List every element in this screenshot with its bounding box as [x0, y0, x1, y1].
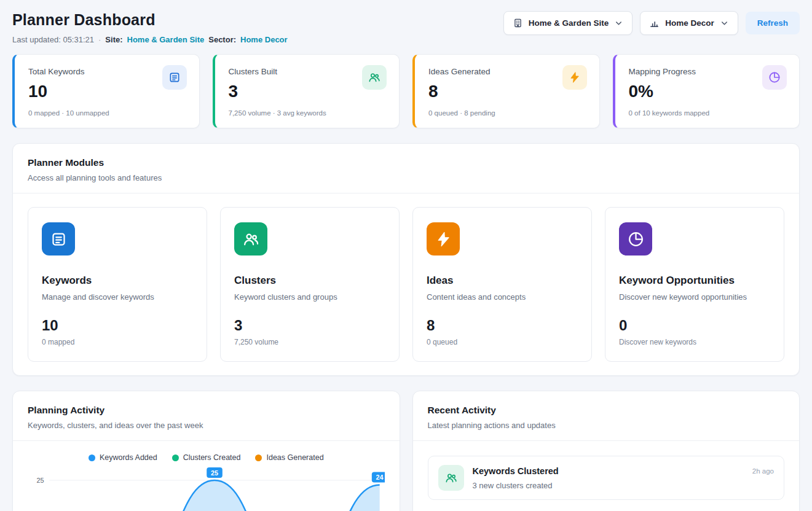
legend-item-keywords-added: Keywords Added: [89, 453, 157, 462]
legend-label: Clusters Created: [183, 453, 241, 462]
activity-item-body: Keywords Clustered 3 new clusters create…: [473, 465, 744, 490]
planning-activity-subtitle: Keywords, clusters, and ideas over the p…: [28, 421, 385, 430]
svg-text:25: 25: [37, 477, 44, 484]
module-description: Content ideas and concepts: [427, 292, 578, 302]
module-value: 0: [619, 317, 770, 334]
sector-link[interactable]: Home Decor: [240, 35, 288, 44]
legend-item-clusters-created: Clusters Created: [172, 453, 241, 462]
site-link[interactable]: Home & Garden Site: [127, 35, 205, 44]
legend-dot-blue: [89, 454, 95, 461]
page-header: Planner Dashboard Last updated: 05:31:21…: [12, 11, 800, 44]
modules-grid: Keywords Manage and discover keywords 10…: [28, 207, 784, 362]
sector-label: Sector:: [208, 35, 236, 44]
module-card-keyword-opportunities[interactable]: Keyword Opportunities Discover new keywo…: [605, 207, 784, 362]
legend-label: Ideas Generated: [266, 453, 323, 462]
chevron-down-icon: [614, 18, 623, 28]
module-title: Keyword Opportunities: [619, 275, 770, 287]
module-subtext: 0 mapped: [42, 338, 193, 346]
module-subtext: 0 queued: [427, 338, 578, 346]
module-title: Clusters: [234, 275, 385, 287]
planner-dashboard-page: Planner Dashboard Last updated: 05:31:21…: [0, 0, 812, 511]
stat-subtext: 0 queued · 8 pending: [428, 109, 586, 117]
divider: [413, 440, 800, 441]
document-icon: [42, 222, 75, 256]
svg-text:25: 25: [211, 469, 218, 477]
divider: [13, 193, 799, 193]
module-card-clusters[interactable]: Clusters Keyword clusters and groups 3 7…: [220, 207, 400, 362]
module-title: Keywords: [42, 275, 193, 287]
users-icon: [438, 465, 464, 491]
header-controls: Home & Garden Site Home Decor Refresh: [503, 11, 800, 35]
activity-list-item[interactable]: Keywords Clustered 3 new clusters create…: [428, 456, 785, 500]
activity-item-description: 3 new clusters created: [473, 481, 744, 490]
module-value: 10: [42, 317, 193, 334]
last-updated-text: Last updated: 05:31:21: [12, 35, 94, 44]
stat-card-mapping-progress: Mapping Progress 0% 0 of 10 keywords map…: [613, 54, 800, 128]
stat-subtext: 7,250 volume · 3 avg keywords: [229, 109, 386, 117]
module-value: 8: [427, 317, 578, 334]
planning-activity-panel: Planning Activity Keywords, clusters, an…: [12, 391, 400, 511]
divider: [13, 440, 400, 441]
stat-subtext: 0 mapped · 10 unmapped: [28, 109, 186, 117]
activity-item-title: Keywords Clustered: [473, 466, 744, 476]
sector-selector-dropdown[interactable]: Home Decor: [640, 11, 738, 35]
header-left: Planner Dashboard Last updated: 05:31:21…: [12, 11, 288, 44]
users-icon: [362, 65, 387, 90]
module-description: Discover new keyword opportunities: [619, 292, 770, 302]
module-subtext: 7,250 volume: [234, 338, 385, 346]
modules-panel-title: Planner Modules: [28, 157, 784, 168]
site-label: Site:: [105, 35, 122, 44]
bar-chart-icon: [649, 18, 660, 28]
building-icon: [513, 18, 523, 28]
document-icon: [162, 65, 187, 90]
stats-row: Total Keywords 10 0 mapped · 10 unmapped…: [12, 54, 800, 128]
sector-selector-value: Home Decor: [665, 18, 714, 28]
module-value: 3: [234, 317, 385, 334]
page-title: Planner Dashboard: [12, 11, 288, 29]
lightning-icon: [562, 65, 587, 90]
pie-chart-icon: [762, 65, 787, 90]
planner-modules-panel: Planner Modules Access all planning tool…: [12, 143, 800, 376]
site-selector-dropdown[interactable]: Home & Garden Site: [503, 11, 633, 35]
activity-chart-container: 252524: [28, 464, 385, 511]
stat-card-ideas-generated: Ideas Generated 8 0 queued · 8 pending: [412, 54, 600, 128]
svg-text:24: 24: [376, 474, 384, 481]
module-card-ideas[interactable]: Ideas Content ideas and concepts 8 0 que…: [412, 207, 592, 362]
legend-label: Keywords Added: [100, 453, 157, 462]
module-subtext: Discover new keywords: [619, 338, 770, 346]
refresh-button[interactable]: Refresh: [746, 12, 800, 34]
legend-dot-orange: [255, 454, 262, 461]
chevron-down-icon: [720, 18, 729, 28]
module-description: Keyword clusters and groups: [234, 292, 385, 302]
recent-activity-title: Recent Activity: [428, 405, 785, 416]
recent-activity-subtitle: Latest planning actions and updates: [428, 421, 785, 430]
module-card-keywords[interactable]: Keywords Manage and discover keywords 10…: [28, 207, 207, 362]
legend-dot-green: [172, 454, 179, 461]
module-description: Manage and discover keywords: [42, 292, 193, 302]
planning-activity-title: Planning Activity: [28, 405, 385, 416]
stat-subtext: 0 of 10 keywords mapped: [629, 109, 786, 117]
module-title: Ideas: [427, 275, 578, 287]
header-meta: Last updated: 05:31:21 · Site: Home & Ga…: [12, 35, 288, 44]
chart-legend: Keywords Added Clusters Created Ideas Ge…: [28, 453, 385, 462]
meta-separator: ·: [98, 35, 101, 44]
recent-activity-panel: Recent Activity Latest planning actions …: [412, 391, 800, 511]
legend-item-ideas-generated: Ideas Generated: [255, 453, 323, 462]
users-icon: [234, 222, 267, 256]
stat-card-clusters-built: Clusters Built 3 7,250 volume · 3 avg ke…: [213, 54, 400, 128]
stat-card-total-keywords: Total Keywords 10 0 mapped · 10 unmapped: [12, 54, 200, 128]
activity-area-chart: 252524: [28, 464, 385, 511]
pie-chart-icon: [619, 222, 652, 256]
modules-panel-subtitle: Access all planning tools and features: [28, 173, 784, 182]
bottom-row: Planning Activity Keywords, clusters, an…: [12, 391, 800, 511]
activity-item-timestamp: 2h ago: [752, 465, 774, 475]
lightning-icon: [427, 222, 460, 256]
site-selector-value: Home & Garden Site: [529, 18, 609, 28]
